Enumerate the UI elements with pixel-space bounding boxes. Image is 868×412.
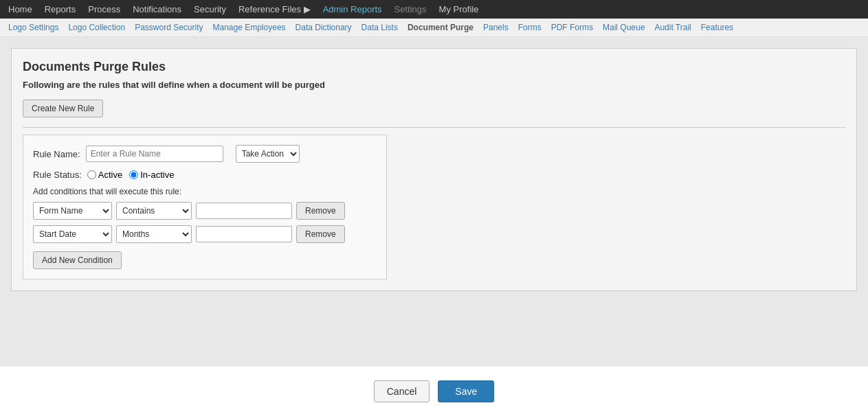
create-new-rule-button[interactable]: Create New Rule xyxy=(23,100,103,117)
footer-actions: Cancel Save xyxy=(0,367,868,409)
status-inactive-item: In-active xyxy=(129,170,174,180)
rule-status-row: Rule Status: Active In-active xyxy=(33,170,377,180)
rule-status-label: Rule Status: xyxy=(33,170,82,180)
condition-2-field-select[interactable]: Form Name Start Date End Date Document T… xyxy=(33,225,112,243)
main-content: Documents Purge Rules Following are the … xyxy=(0,37,868,367)
condition-2-remove-button[interactable]: Remove xyxy=(296,225,345,243)
status-active-item: Active xyxy=(87,170,122,180)
subnav-forms[interactable]: Forms xyxy=(518,23,542,32)
subnav-features[interactable]: Features xyxy=(701,23,733,32)
subnav-password-security[interactable]: Password Security xyxy=(135,23,203,32)
nav-process[interactable]: Process xyxy=(88,4,120,14)
page-title: Documents Purge Rules xyxy=(23,60,845,74)
top-navigation: Home Reports Process Notifications Secur… xyxy=(0,0,868,19)
subnav-data-lists[interactable]: Data Lists xyxy=(361,23,398,32)
save-button[interactable]: Save xyxy=(438,380,494,402)
nav-settings[interactable]: Settings xyxy=(394,4,427,14)
conditions-label: Add conditions that will execute this ru… xyxy=(33,187,377,196)
status-inactive-label: In-active xyxy=(140,170,174,180)
rule-name-row: Rule Name: Take Action Purge Archive xyxy=(33,145,377,163)
sub-navigation: Logo Settings Logo Collection Password S… xyxy=(0,19,868,37)
subnav-logo-collection[interactable]: Logo Collection xyxy=(68,23,125,32)
condition-row-2: Form Name Start Date End Date Document T… xyxy=(33,225,377,243)
condition-2-operator-select[interactable]: Months Days Years Contains Equals xyxy=(116,225,192,243)
nav-security[interactable]: Security xyxy=(194,4,226,14)
subnav-document-purge[interactable]: Document Purge xyxy=(408,23,474,32)
status-active-label: Active xyxy=(98,170,122,180)
status-inactive-radio[interactable] xyxy=(129,170,138,179)
subnav-audit-trail[interactable]: Audit Trail xyxy=(654,23,691,32)
nav-reference-files[interactable]: Reference Files ▶ xyxy=(238,4,311,14)
rule-name-input[interactable] xyxy=(86,146,223,162)
condition-1-operator-select[interactable]: Contains Equals Starts With Ends With xyxy=(116,202,192,220)
status-radio-group: Active In-active xyxy=(87,170,175,180)
subnav-data-dictionary[interactable]: Data Dictionary xyxy=(296,23,352,32)
nav-notifications[interactable]: Notifications xyxy=(133,4,181,14)
nav-home[interactable]: Home xyxy=(8,4,32,14)
subnav-pdf-forms[interactable]: PDF Forms xyxy=(551,23,593,32)
rule-form: Rule Name: Take Action Purge Archive Rul… xyxy=(23,135,387,279)
subnav-panels[interactable]: Panels xyxy=(483,23,509,32)
add-new-condition-button[interactable]: Add New Condition xyxy=(33,251,122,269)
nav-admin-reports[interactable]: Admin Reports xyxy=(323,4,382,14)
cancel-button[interactable]: Cancel xyxy=(374,380,430,402)
subnav-logo-settings[interactable]: Logo Settings xyxy=(8,23,58,32)
page-card: Documents Purge Rules Following are the … xyxy=(11,48,857,291)
take-action-select[interactable]: Take Action Purge Archive xyxy=(236,145,300,163)
status-active-radio[interactable] xyxy=(87,170,96,179)
subnav-mail-queue[interactable]: Mail Queue xyxy=(603,23,645,32)
subnav-manage-employees[interactable]: Manage Employees xyxy=(213,23,286,32)
page-subtitle: Following are the rules that will define… xyxy=(23,80,845,90)
rule-name-label: Rule Name: xyxy=(33,149,80,159)
condition-1-field-select[interactable]: Form Name Start Date End Date Document T… xyxy=(33,202,112,220)
condition-1-remove-button[interactable]: Remove xyxy=(296,202,345,220)
nav-reports[interactable]: Reports xyxy=(45,4,76,14)
condition-row-1: Form Name Start Date End Date Document T… xyxy=(33,202,377,220)
nav-my-profile[interactable]: My Profile xyxy=(439,4,479,14)
condition-1-value-input[interactable] xyxy=(196,203,292,219)
condition-2-value-input[interactable] xyxy=(196,226,292,242)
